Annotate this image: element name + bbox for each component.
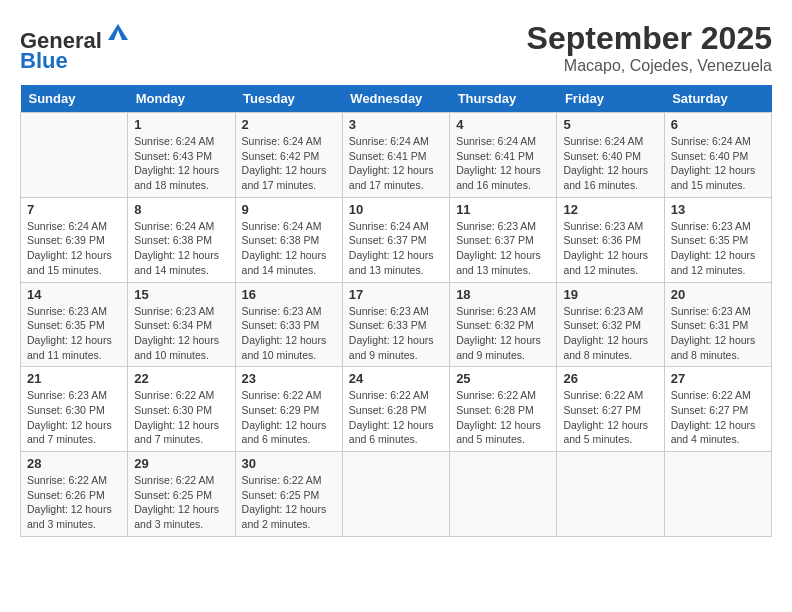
cell-info: Sunrise: 6:24 AM Sunset: 6:37 PM Dayligh… bbox=[349, 219, 443, 278]
cell-info: Sunrise: 6:24 AM Sunset: 6:40 PM Dayligh… bbox=[671, 134, 765, 193]
cell-info: Sunrise: 6:24 AM Sunset: 6:42 PM Dayligh… bbox=[242, 134, 336, 193]
cell-info: Sunrise: 6:24 AM Sunset: 6:38 PM Dayligh… bbox=[242, 219, 336, 278]
cell-info: Sunrise: 6:23 AM Sunset: 6:35 PM Dayligh… bbox=[27, 304, 121, 363]
cell-info: Sunrise: 6:23 AM Sunset: 6:36 PM Dayligh… bbox=[563, 219, 657, 278]
calendar-cell bbox=[557, 452, 664, 537]
calendar-cell: 6Sunrise: 6:24 AM Sunset: 6:40 PM Daylig… bbox=[664, 113, 771, 198]
cell-info: Sunrise: 6:22 AM Sunset: 6:26 PM Dayligh… bbox=[27, 473, 121, 532]
day-number: 22 bbox=[134, 371, 228, 386]
calendar-cell: 18Sunrise: 6:23 AM Sunset: 6:32 PM Dayli… bbox=[450, 282, 557, 367]
calendar-cell: 28Sunrise: 6:22 AM Sunset: 6:26 PM Dayli… bbox=[21, 452, 128, 537]
day-number: 13 bbox=[671, 202, 765, 217]
calendar-cell: 10Sunrise: 6:24 AM Sunset: 6:37 PM Dayli… bbox=[342, 197, 449, 282]
cell-info: Sunrise: 6:22 AM Sunset: 6:25 PM Dayligh… bbox=[242, 473, 336, 532]
calendar-cell: 29Sunrise: 6:22 AM Sunset: 6:25 PM Dayli… bbox=[128, 452, 235, 537]
calendar-week-4: 21Sunrise: 6:23 AM Sunset: 6:30 PM Dayli… bbox=[21, 367, 772, 452]
day-number: 8 bbox=[134, 202, 228, 217]
day-number: 17 bbox=[349, 287, 443, 302]
cell-info: Sunrise: 6:23 AM Sunset: 6:35 PM Dayligh… bbox=[671, 219, 765, 278]
month-title: September 2025 bbox=[527, 20, 772, 57]
day-number: 4 bbox=[456, 117, 550, 132]
day-number: 25 bbox=[456, 371, 550, 386]
cell-info: Sunrise: 6:23 AM Sunset: 6:33 PM Dayligh… bbox=[349, 304, 443, 363]
calendar-cell: 5Sunrise: 6:24 AM Sunset: 6:40 PM Daylig… bbox=[557, 113, 664, 198]
cell-info: Sunrise: 6:23 AM Sunset: 6:37 PM Dayligh… bbox=[456, 219, 550, 278]
cell-info: Sunrise: 6:22 AM Sunset: 6:27 PM Dayligh… bbox=[671, 388, 765, 447]
cell-info: Sunrise: 6:22 AM Sunset: 6:30 PM Dayligh… bbox=[134, 388, 228, 447]
calendar-cell: 13Sunrise: 6:23 AM Sunset: 6:35 PM Dayli… bbox=[664, 197, 771, 282]
calendar-cell: 25Sunrise: 6:22 AM Sunset: 6:28 PM Dayli… bbox=[450, 367, 557, 452]
cell-info: Sunrise: 6:22 AM Sunset: 6:27 PM Dayligh… bbox=[563, 388, 657, 447]
day-number: 1 bbox=[134, 117, 228, 132]
calendar-cell bbox=[21, 113, 128, 198]
calendar-cell: 20Sunrise: 6:23 AM Sunset: 6:31 PM Dayli… bbox=[664, 282, 771, 367]
cell-info: Sunrise: 6:24 AM Sunset: 6:39 PM Dayligh… bbox=[27, 219, 121, 278]
weekday-header-saturday: Saturday bbox=[664, 85, 771, 113]
title-block: September 2025 Macapo, Cojedes, Venezuel… bbox=[527, 20, 772, 75]
weekday-header-friday: Friday bbox=[557, 85, 664, 113]
weekday-header-tuesday: Tuesday bbox=[235, 85, 342, 113]
calendar-cell bbox=[450, 452, 557, 537]
calendar-table: SundayMondayTuesdayWednesdayThursdayFrid… bbox=[20, 85, 772, 537]
calendar-week-5: 28Sunrise: 6:22 AM Sunset: 6:26 PM Dayli… bbox=[21, 452, 772, 537]
weekday-header-wednesday: Wednesday bbox=[342, 85, 449, 113]
day-number: 26 bbox=[563, 371, 657, 386]
location: Macapo, Cojedes, Venezuela bbox=[527, 57, 772, 75]
day-number: 9 bbox=[242, 202, 336, 217]
day-number: 3 bbox=[349, 117, 443, 132]
cell-info: Sunrise: 6:22 AM Sunset: 6:25 PM Dayligh… bbox=[134, 473, 228, 532]
day-number: 21 bbox=[27, 371, 121, 386]
calendar-cell: 7Sunrise: 6:24 AM Sunset: 6:39 PM Daylig… bbox=[21, 197, 128, 282]
day-number: 6 bbox=[671, 117, 765, 132]
cell-info: Sunrise: 6:23 AM Sunset: 6:34 PM Dayligh… bbox=[134, 304, 228, 363]
calendar-cell: 15Sunrise: 6:23 AM Sunset: 6:34 PM Dayli… bbox=[128, 282, 235, 367]
calendar-cell bbox=[342, 452, 449, 537]
day-number: 18 bbox=[456, 287, 550, 302]
day-number: 28 bbox=[27, 456, 121, 471]
calendar-cell: 3Sunrise: 6:24 AM Sunset: 6:41 PM Daylig… bbox=[342, 113, 449, 198]
day-number: 23 bbox=[242, 371, 336, 386]
calendar-cell: 4Sunrise: 6:24 AM Sunset: 6:41 PM Daylig… bbox=[450, 113, 557, 198]
day-number: 19 bbox=[563, 287, 657, 302]
cell-info: Sunrise: 6:23 AM Sunset: 6:33 PM Dayligh… bbox=[242, 304, 336, 363]
day-number: 29 bbox=[134, 456, 228, 471]
day-number: 24 bbox=[349, 371, 443, 386]
logo: General Blue bbox=[20, 20, 132, 73]
cell-info: Sunrise: 6:24 AM Sunset: 6:41 PM Dayligh… bbox=[349, 134, 443, 193]
calendar-cell: 8Sunrise: 6:24 AM Sunset: 6:38 PM Daylig… bbox=[128, 197, 235, 282]
day-number: 5 bbox=[563, 117, 657, 132]
cell-info: Sunrise: 6:24 AM Sunset: 6:40 PM Dayligh… bbox=[563, 134, 657, 193]
day-number: 14 bbox=[27, 287, 121, 302]
day-number: 11 bbox=[456, 202, 550, 217]
calendar-week-1: 1Sunrise: 6:24 AM Sunset: 6:43 PM Daylig… bbox=[21, 113, 772, 198]
weekday-header-row: SundayMondayTuesdayWednesdayThursdayFrid… bbox=[21, 85, 772, 113]
day-number: 10 bbox=[349, 202, 443, 217]
calendar-cell: 19Sunrise: 6:23 AM Sunset: 6:32 PM Dayli… bbox=[557, 282, 664, 367]
logo-blue: Blue bbox=[20, 48, 68, 73]
weekday-header-monday: Monday bbox=[128, 85, 235, 113]
calendar-cell: 24Sunrise: 6:22 AM Sunset: 6:28 PM Dayli… bbox=[342, 367, 449, 452]
day-number: 12 bbox=[563, 202, 657, 217]
calendar-cell: 14Sunrise: 6:23 AM Sunset: 6:35 PM Dayli… bbox=[21, 282, 128, 367]
logo-icon bbox=[104, 20, 132, 48]
calendar-cell: 23Sunrise: 6:22 AM Sunset: 6:29 PM Dayli… bbox=[235, 367, 342, 452]
calendar-cell: 1Sunrise: 6:24 AM Sunset: 6:43 PM Daylig… bbox=[128, 113, 235, 198]
calendar-cell: 30Sunrise: 6:22 AM Sunset: 6:25 PM Dayli… bbox=[235, 452, 342, 537]
day-number: 30 bbox=[242, 456, 336, 471]
calendar-cell: 16Sunrise: 6:23 AM Sunset: 6:33 PM Dayli… bbox=[235, 282, 342, 367]
cell-info: Sunrise: 6:22 AM Sunset: 6:28 PM Dayligh… bbox=[349, 388, 443, 447]
calendar-week-2: 7Sunrise: 6:24 AM Sunset: 6:39 PM Daylig… bbox=[21, 197, 772, 282]
calendar-cell: 12Sunrise: 6:23 AM Sunset: 6:36 PM Dayli… bbox=[557, 197, 664, 282]
calendar-week-3: 14Sunrise: 6:23 AM Sunset: 6:35 PM Dayli… bbox=[21, 282, 772, 367]
weekday-header-thursday: Thursday bbox=[450, 85, 557, 113]
cell-info: Sunrise: 6:22 AM Sunset: 6:28 PM Dayligh… bbox=[456, 388, 550, 447]
day-number: 20 bbox=[671, 287, 765, 302]
cell-info: Sunrise: 6:23 AM Sunset: 6:31 PM Dayligh… bbox=[671, 304, 765, 363]
calendar-cell: 22Sunrise: 6:22 AM Sunset: 6:30 PM Dayli… bbox=[128, 367, 235, 452]
calendar-cell: 26Sunrise: 6:22 AM Sunset: 6:27 PM Dayli… bbox=[557, 367, 664, 452]
cell-info: Sunrise: 6:23 AM Sunset: 6:32 PM Dayligh… bbox=[563, 304, 657, 363]
calendar-cell bbox=[664, 452, 771, 537]
cell-info: Sunrise: 6:22 AM Sunset: 6:29 PM Dayligh… bbox=[242, 388, 336, 447]
cell-info: Sunrise: 6:24 AM Sunset: 6:43 PM Dayligh… bbox=[134, 134, 228, 193]
calendar-cell: 21Sunrise: 6:23 AM Sunset: 6:30 PM Dayli… bbox=[21, 367, 128, 452]
